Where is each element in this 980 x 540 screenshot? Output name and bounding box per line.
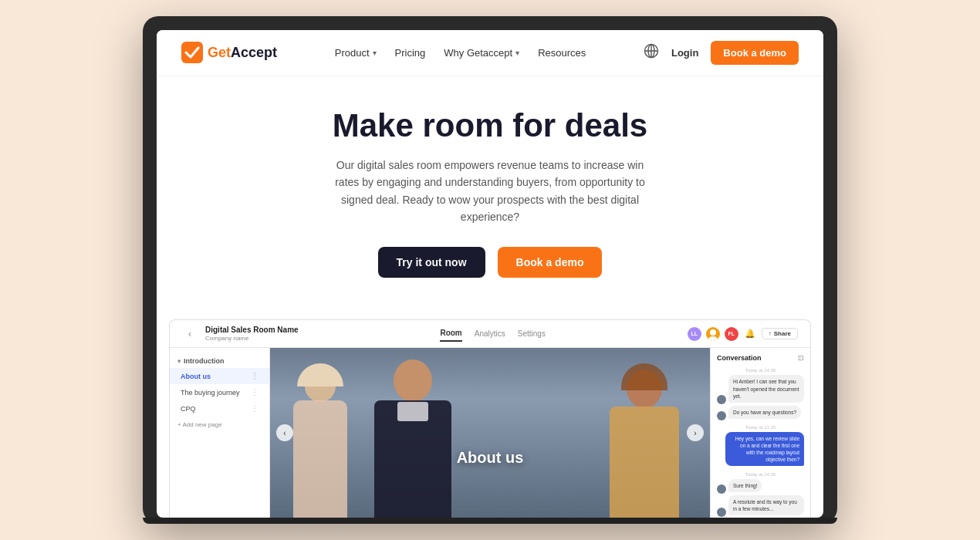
item-menu-icon: ⋮ <box>251 388 259 397</box>
chat-bubble-1: Hi Amber! I can see that you haven't ope… <box>728 375 804 402</box>
login-button[interactable]: Login <box>671 47 698 59</box>
nav-actions: Login Book a demo <box>644 41 799 65</box>
chat-message-2: Today at 11:15 Hey yes, can we review sl… <box>717 425 804 467</box>
logo-text: GetAccept <box>208 45 277 61</box>
logo-icon <box>181 42 203 63</box>
chat-timestamp-2: Today at 11:15 <box>717 425 804 430</box>
nav-why[interactable]: Why Getaccept ▾ <box>444 47 519 59</box>
share-label: Share <box>774 330 791 337</box>
nav-pricing[interactable]: Pricing <box>395 47 426 59</box>
chat-bubble-4: A resolute and its way to you in a few m… <box>728 495 804 515</box>
sidebar-section-intro: ▾ Introduction <box>170 354 269 368</box>
svg-point-5 <box>710 329 716 336</box>
chat-row-sent: Hey yes, can we review slide on a and cl… <box>717 432 804 467</box>
svg-rect-0 <box>181 42 203 63</box>
add-page-button[interactable]: + Add new page <box>170 417 269 433</box>
chat-title: Conversation <box>717 354 762 362</box>
chat-avatar-bot-2 <box>717 411 726 420</box>
hero-section: Make room for deals Our digital sales ro… <box>157 76 823 320</box>
app-topbar-right: LL FL 🔔 ↑ Share <box>688 327 798 341</box>
laptop-base <box>143 518 837 524</box>
avatar-2 <box>706 327 720 341</box>
about-us-label: About us <box>457 449 524 467</box>
app-topbar: ‹ Digital Sales Room Name Company name R… <box>170 320 810 348</box>
chat-avatar-bot-3 <box>717 484 726 494</box>
chat-message-1: Today at 14:36 Hi Amber! I can see that … <box>717 368 804 420</box>
chat-message-3: Today at 14:26 Sure thing! A resolute an… <box>717 472 804 517</box>
laptop-screen: GetAccept Product ▾ Pricing Why Getaccep… <box>157 30 823 518</box>
chat-panel: Conversation ⊡ Today at 14:36 Hi Amber! … <box>710 348 810 518</box>
logo: GetAccept <box>181 42 277 63</box>
app-subtitle: Company name <box>205 335 299 343</box>
app-title-block: Digital Sales Room Name Company name <box>205 326 299 343</box>
hero-buttons: Try it out now Book a demo <box>181 247 799 278</box>
item-menu-icon: ⋮ <box>251 404 259 413</box>
app-topbar-left: ‹ Digital Sales Room Name Company name <box>182 326 299 343</box>
carousel-prev-button[interactable]: ‹ <box>276 424 293 441</box>
app-body: ▾ Introduction About us ⋮ The buying jou… <box>170 348 810 518</box>
tab-analytics[interactable]: Analytics <box>475 326 505 341</box>
app-sidebar: ▾ Introduction About us ⋮ The buying jou… <box>170 348 270 518</box>
app-preview: ‹ Digital Sales Room Name Company name R… <box>169 319 811 518</box>
chat-header: Conversation ⊡ <box>717 354 804 362</box>
chat-bubble-3: Sure thing! <box>728 479 762 492</box>
book-demo-button-hero[interactable]: Book a demo <box>498 247 603 278</box>
tab-room[interactable]: Room <box>440 326 461 342</box>
globe-icon[interactable] <box>644 43 659 62</box>
navbar: GetAccept Product ▾ Pricing Why Getaccep… <box>157 30 823 76</box>
chat-row-4: A resolute and its way to you in a few m… <box>717 495 804 517</box>
sidebar-item-about[interactable]: About us ⋮ <box>170 368 269 384</box>
sidebar-item-buying-journey[interactable]: The buying journey ⋮ <box>170 384 269 400</box>
try-now-button[interactable]: Try it out now <box>378 247 485 278</box>
share-button[interactable]: ↑ Share <box>762 328 798 339</box>
chat-timestamp-3: Today at 14:26 <box>717 472 804 477</box>
chat-timestamp-1: Today at 14:36 <box>717 368 804 373</box>
nav-links: Product ▾ Pricing Why Getaccept ▾ Resour… <box>335 47 586 59</box>
sidebar-item-cpq[interactable]: CPQ ⋮ <box>170 400 269 417</box>
chat-row-2: Do you have any questions? <box>717 406 804 420</box>
share-icon: ↑ <box>769 330 772 337</box>
chat-bubble-2: Do you have any questions? <box>728 406 801 419</box>
bell-icon[interactable]: 🔔 <box>743 327 757 341</box>
book-demo-button-nav[interactable]: Book a demo <box>711 41 799 65</box>
carousel-next-button[interactable]: › <box>687 424 704 441</box>
main-image: About us ‹ › <box>270 348 710 518</box>
nav-product[interactable]: Product ▾ <box>335 47 377 59</box>
item-menu-icon: ⋮ <box>251 372 259 380</box>
chat-avatar-bot-4 <box>717 508 726 517</box>
product-chevron-icon: ▾ <box>373 49 377 57</box>
section-chevron-icon: ▾ <box>177 358 181 365</box>
tab-settings[interactable]: Settings <box>518 326 546 341</box>
svg-point-6 <box>708 336 718 341</box>
laptop-container: GetAccept Product ▾ Pricing Why Getaccep… <box>143 16 837 525</box>
back-button[interactable]: ‹ <box>182 326 198 342</box>
nav-resources[interactable]: Resources <box>538 47 586 59</box>
chat-row-3: Sure thing! <box>717 479 804 494</box>
app-tabs: Room Analytics Settings <box>440 326 546 342</box>
chat-expand-icon[interactable]: ⊡ <box>798 354 804 362</box>
avatar-1: LL <box>688 327 701 341</box>
chat-avatar-bot-1 <box>717 395 726 404</box>
hero-subtitle: Our digital sales room empowers revenue … <box>328 157 652 226</box>
chat-row-1: Hi Amber! I can see that you haven't ope… <box>717 375 804 403</box>
chat-bubble-sent-1: Hey yes, can we review slide on a and cl… <box>725 432 804 466</box>
app-main-content: About us ‹ › <box>270 348 710 518</box>
app-title: Digital Sales Room Name <box>205 326 299 335</box>
why-chevron-icon: ▾ <box>515 49 519 57</box>
hero-title: Make room for deals <box>181 107 799 144</box>
avatar-3: FL <box>725 327 738 341</box>
